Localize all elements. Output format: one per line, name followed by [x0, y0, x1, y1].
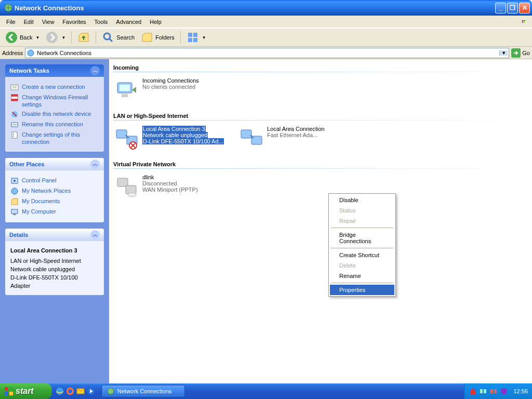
wmp-icon[interactable] [86, 387, 96, 396]
outlook-icon[interactable] [76, 387, 85, 396]
panel-body: Create a new connection Change Windows F… [5, 77, 104, 152]
place-network-places[interactable]: My Network Places [10, 187, 99, 195]
menu-item-delete: Delete [330, 260, 394, 271]
menu-file[interactable]: File [2, 17, 20, 26]
clock[interactable]: 12:56 [513, 388, 528, 394]
svg-point-6 [46, 32, 58, 43]
place-my-documents[interactable]: My Documents [10, 197, 99, 206]
minimize-button[interactable]: _ [495, 3, 506, 14]
task-change-settings[interactable]: Change settings of this connection [10, 131, 99, 145]
menu-item-disable[interactable]: Disable [330, 195, 394, 205]
svg-rect-9 [193, 33, 197, 37]
menu-bar: File Edit View Favorites Tools Advanced … [0, 16, 532, 28]
tray-icon[interactable] [479, 387, 487, 395]
svg-rect-26 [13, 214, 16, 215]
up-button[interactable] [75, 30, 92, 45]
context-menu: Disable Status Repair Bridge Connections… [328, 193, 396, 297]
place-my-computer[interactable]: My Computer [10, 208, 99, 216]
svg-rect-39 [9, 387, 13, 391]
menu-item-properties[interactable]: Properties [330, 285, 394, 295]
connection-title: Local Area Connection [267, 126, 325, 132]
svg-rect-4 [524, 22, 525, 23]
connection-status: Disconnected [142, 180, 198, 187]
panel-title: Network Tasks [9, 68, 49, 74]
connection-lan[interactable]: Local Area Connection Fast Ethernet Ada.… [238, 125, 404, 152]
network-adapter-icon [114, 126, 139, 151]
menu-edit[interactable]: Edit [20, 17, 38, 26]
details-body: Local Area Connection 3 LAN or High-Spee… [5, 241, 104, 295]
menu-divider [331, 283, 393, 283]
close-button[interactable]: ✕ [519, 3, 530, 14]
task-firewall-settings[interactable]: Change Windows Firewall settings [10, 94, 99, 108]
link-label: My Computer [22, 208, 56, 215]
svg-rect-14 [11, 85, 18, 90]
place-control-panel[interactable]: Control Panel [10, 177, 99, 185]
views-button[interactable]: ▼ [184, 30, 208, 45]
details-status: Network cable unplugged [10, 265, 99, 273]
svg-rect-33 [241, 130, 251, 138]
tray-icon[interactable] [500, 387, 508, 395]
panel-header[interactable]: Other Places ︿ [5, 158, 104, 170]
separator [180, 31, 181, 44]
task-create-connection[interactable]: Create a new connection [10, 83, 99, 91]
computer-icon [10, 208, 19, 216]
menu-tools[interactable]: Tools [90, 17, 112, 26]
svg-rect-30 [116, 130, 127, 138]
connection-status: Network cable unplugged [142, 132, 208, 138]
incoming-connections-icon [114, 77, 139, 102]
menu-view[interactable]: View [38, 17, 59, 26]
svg-rect-19 [12, 132, 17, 138]
connection-title: dlink [142, 174, 198, 180]
views-icon [187, 31, 199, 44]
menu-item-bridge[interactable]: Bridge Connections [330, 230, 394, 246]
system-tray: 12:56 [464, 383, 532, 399]
address-dropdown-icon[interactable]: ▼ [499, 50, 508, 56]
panel-header[interactable]: Network Tasks ︿ [5, 64, 104, 77]
group-divider [113, 72, 528, 72]
separator [96, 31, 96, 44]
menu-item-rename[interactable]: Rename [330, 271, 394, 281]
menu-help[interactable]: Help [145, 17, 166, 26]
app-icon [4, 4, 12, 12]
connection-incoming[interactable]: Incoming Connections No clients connecte… [113, 76, 280, 103]
task-rename-connection[interactable]: Rename this connection [10, 121, 99, 129]
taskbar-task-network-connections[interactable]: Network Connections [102, 385, 185, 397]
windows-logo-icon [4, 387, 14, 396]
panel-header[interactable]: Details ︿ [5, 229, 104, 241]
group-header-incoming: Incoming [113, 64, 528, 71]
go-button[interactable]: Go [511, 48, 530, 58]
task-disable-device[interactable]: Disable this network device [10, 110, 99, 118]
svg-rect-38 [5, 387, 8, 391]
panel-title: Other Places [9, 161, 44, 167]
svg-point-23 [14, 180, 16, 182]
svg-point-24 [11, 188, 18, 194]
search-button[interactable]: Search [100, 30, 137, 45]
menu-advanced[interactable]: Advanced [112, 17, 145, 26]
back-button[interactable]: Back ▼ [3, 30, 42, 45]
menu-item-shortcut[interactable]: Create Shortcut [330, 250, 394, 260]
tray-icon[interactable] [489, 387, 498, 395]
menu-favorites[interactable]: Favorites [58, 17, 90, 26]
start-button[interactable]: start [0, 383, 52, 399]
svg-point-42 [56, 388, 63, 395]
window-title: Network Connections [15, 4, 494, 12]
connection-device: Fast Ethernet Ada... [267, 132, 325, 138]
window-titlebar: Network Connections _ ❐ ✕ [0, 0, 532, 16]
maximize-button[interactable]: ❐ [507, 3, 518, 14]
svg-point-44 [68, 389, 72, 393]
firefox-icon[interactable] [65, 387, 75, 396]
ie-icon[interactable] [55, 387, 64, 396]
address-input[interactable]: Network Connections ▼ [25, 48, 509, 58]
disable-icon [10, 110, 19, 118]
folders-button[interactable]: Folders [139, 30, 177, 45]
tray-icon[interactable] [469, 387, 477, 395]
forward-button[interactable]: ▼ [44, 30, 68, 45]
svg-point-7 [104, 33, 110, 39]
settings-icon [10, 131, 19, 139]
rename-icon [10, 121, 19, 129]
connection-vpn-dlink[interactable]: dlink Disconnected WAN Miniport (PPTP) [113, 173, 280, 200]
svg-rect-40 [5, 392, 8, 395]
svg-rect-36 [126, 185, 136, 194]
svg-point-21 [13, 136, 14, 137]
connection-device: D-Link DFE-550TX 10/100 Ad... [142, 138, 224, 144]
